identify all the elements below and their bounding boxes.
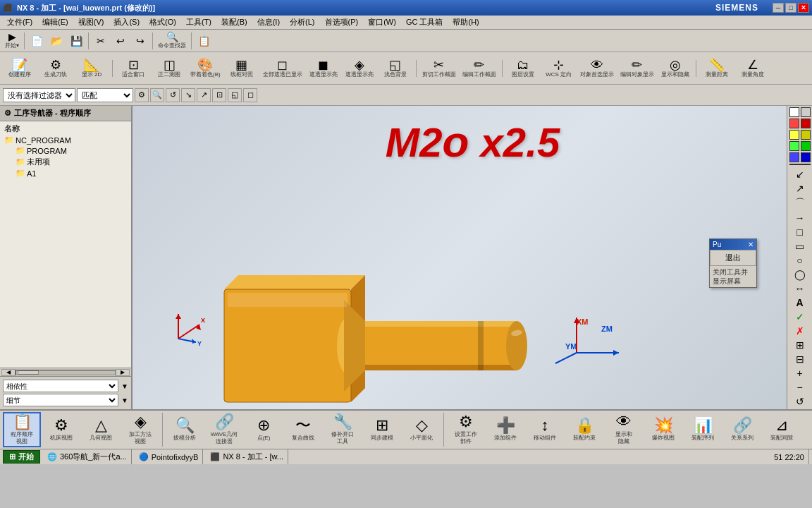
windows-start-button[interactable]: ⊞ 开始 xyxy=(3,450,40,464)
transparent2-button[interactable]: ◈ 遮透显示亮 xyxy=(343,54,376,83)
menu-edit[interactable]: 编辑(E) xyxy=(38,16,73,28)
menu-analysis[interactable]: 分析(L) xyxy=(285,16,319,28)
selection-filter-select[interactable]: 没有选择过滤器 xyxy=(3,88,75,102)
color-lightblue[interactable] xyxy=(789,152,799,162)
assembly-sequence-button[interactable]: 📊 装配序列 xyxy=(684,412,722,447)
clip-button[interactable]: ✂ 剪切工作截面 xyxy=(420,54,458,83)
relative-arrow[interactable]: ▼ xyxy=(121,382,128,390)
tree-item-program[interactable]: 📁 PROGRAM xyxy=(1,145,130,156)
menu-view[interactable]: 视图(V) xyxy=(74,16,109,28)
measure-dist-button[interactable]: 📏 测量距离 xyxy=(700,54,734,83)
sync-modeling-button[interactable]: ⊞ 同步建模 xyxy=(363,412,401,447)
color-white[interactable] xyxy=(789,107,799,117)
relative-select[interactable]: 相依性 xyxy=(3,380,118,392)
new-file-button[interactable]: 📄 xyxy=(27,32,46,50)
wireframe-button[interactable]: ▦ 线框对照 xyxy=(225,54,259,83)
right-tool-plus[interactable]: + xyxy=(790,367,810,380)
right-tool-arc[interactable]: ⌒ xyxy=(790,196,810,210)
facet-button[interactable]: ◇ 小平面化 xyxy=(402,412,441,447)
right-tool-rect[interactable]: □ xyxy=(790,226,810,238)
hide-all-button[interactable]: ◻ 全部遮透已显示 xyxy=(261,54,304,83)
right-tool-rect2[interactable]: ▭ xyxy=(790,240,810,253)
scroll-track[interactable] xyxy=(16,370,116,375)
menu-window[interactable]: 窗口(W) xyxy=(364,16,400,28)
draft-analysis-button[interactable]: 🔍 拔模分析 xyxy=(166,412,204,447)
start-dropdown-button[interactable]: ▶ 开始▾ xyxy=(3,32,21,50)
scroll-thumb[interactable] xyxy=(18,370,39,375)
color-lightyellow[interactable] xyxy=(789,130,799,140)
right-tool-text[interactable]: A xyxy=(790,296,810,309)
explode-view-button[interactable]: 💥 爆炸视图 xyxy=(644,412,682,447)
menu-preferences[interactable]: 首选项(P) xyxy=(321,16,363,28)
select-first-button[interactable]: 👁 对象首选显示 xyxy=(578,54,616,83)
wcs-button[interactable]: ⊹ WCS 定向 xyxy=(542,54,576,83)
config-select[interactable]: 匹配 xyxy=(77,88,133,102)
wave-linker-button[interactable]: 🔗 WAVE几何连接器 xyxy=(205,412,243,447)
right-tool-undo[interactable]: ↺ xyxy=(790,395,810,408)
points-button[interactable]: ⊕ 点(E) xyxy=(245,412,283,447)
color-darkblue[interactable] xyxy=(801,152,811,162)
restore-button[interactable]: □ xyxy=(785,3,796,13)
machine-view-button[interactable]: ⚙ 机床视图 xyxy=(42,412,80,447)
assembly-gap-button[interactable]: ⊿ 装配间隙 xyxy=(763,412,801,447)
panel-scrollbar[interactable]: ◀ ▶ xyxy=(0,368,131,376)
measure-angle-button[interactable]: ∠ 测量角度 xyxy=(736,54,770,83)
detail-select[interactable]: 细节 xyxy=(3,394,118,406)
right-tool-confirm[interactable]: ✓ xyxy=(790,310,810,323)
filter-btn1[interactable]: ⚙ xyxy=(135,88,149,102)
shading-button[interactable]: 🎨 带着着色(B) xyxy=(188,54,223,83)
menu-assembly[interactable]: 装配(B) xyxy=(217,16,252,28)
menu-format[interactable]: 格式(O) xyxy=(145,16,180,28)
right-tool-circle[interactable]: ○ xyxy=(790,254,810,267)
layers-button[interactable]: 🗂 图层设置 xyxy=(506,54,540,83)
status-browser[interactable]: 🌐 360导航_新一代a... xyxy=(43,449,132,464)
bg-color-button[interactable]: ◱ 浅色背景 xyxy=(379,54,412,83)
show-hide2-button[interactable]: 👁 显示和隐藏 xyxy=(605,412,643,447)
tree-item-a1[interactable]: 📁 A1 xyxy=(1,168,130,179)
close-button[interactable]: ✕ xyxy=(798,3,809,13)
detail-arrow[interactable]: ▼ xyxy=(121,397,128,404)
iso-view-button[interactable]: ◫ 正二测图 xyxy=(152,54,186,83)
filter-btn7[interactable]: ◱ xyxy=(228,88,242,102)
right-tool-add-frame[interactable]: ⊞ xyxy=(790,339,810,351)
open-button[interactable]: 📂 xyxy=(47,32,66,50)
filter-btn5[interactable]: ↗ xyxy=(197,88,211,102)
filter-btn2[interactable]: 🔍 xyxy=(150,88,164,102)
right-tool-cancel[interactable]: ✗ xyxy=(790,325,810,337)
menu-file[interactable]: 文件(F) xyxy=(3,16,37,28)
menu-tools[interactable]: 工具(T) xyxy=(182,16,216,28)
add-component-button[interactable]: ➕ 添加组件 xyxy=(486,412,524,447)
cut-button[interactable]: ✂ xyxy=(92,32,110,50)
status-app2[interactable]: ⬛ NX 8 - 加工 - [w... xyxy=(206,449,288,464)
create-program-button[interactable]: 📝 创建程序 xyxy=(3,54,37,83)
right-tool-circle2[interactable]: ◯ xyxy=(790,268,810,281)
filter-btn3[interactable]: ↺ xyxy=(166,88,180,102)
filter-btn6[interactable]: ⊡ xyxy=(212,88,226,102)
show-hide-button[interactable]: ◎ 显示和隐藏 xyxy=(658,54,692,83)
status-app1[interactable]: 🔵 PointofixdyyB xyxy=(135,449,204,464)
geometry-view-button[interactable]: △ 几何视图 xyxy=(82,412,120,447)
program-order-view-button[interactable]: 📋 程序顺序视图 xyxy=(3,412,41,447)
color-lightgreen[interactable] xyxy=(789,141,799,151)
menu-help[interactable]: 帮助(H) xyxy=(448,16,483,28)
filter-btn8[interactable]: ◻ xyxy=(243,88,257,102)
redo-button[interactable]: ↪ xyxy=(131,32,149,50)
exit-popup-close[interactable]: ✕ xyxy=(748,241,753,248)
scroll-left-button[interactable]: ◀ xyxy=(1,369,16,376)
menu-gc[interactable]: GC 工具箱 xyxy=(402,16,448,28)
edit-clip-button[interactable]: ✏ 编辑工作截面 xyxy=(460,54,498,83)
right-tool-right-arrow[interactable]: → xyxy=(790,212,810,224)
right-tool-leftright[interactable]: ↔ xyxy=(790,282,810,295)
menu-info[interactable]: 信息(I) xyxy=(253,16,284,28)
color-gray[interactable] xyxy=(801,107,811,117)
machining-method-button[interactable]: ◈ 加工方法视图 xyxy=(121,412,159,447)
color-darkgreen[interactable] xyxy=(801,141,811,151)
color-black[interactable] xyxy=(789,164,811,165)
relation-series-button[interactable]: 🔗 关系系列 xyxy=(723,412,761,447)
command-finder-button[interactable]: 🔍 命令查找器 xyxy=(156,32,188,50)
menu-insert[interactable]: 插入(S) xyxy=(109,16,144,28)
set-work-part-button[interactable]: ⚙ 设置工作部件 xyxy=(447,412,485,447)
composite-curve-button[interactable]: 〜 复合曲线 xyxy=(284,412,322,447)
tree-item-nc-program[interactable]: 📁 NC_PROGRAM xyxy=(1,135,130,145)
generate-toolpath-button[interactable]: ⚙ 生成刀轨 xyxy=(39,54,73,83)
